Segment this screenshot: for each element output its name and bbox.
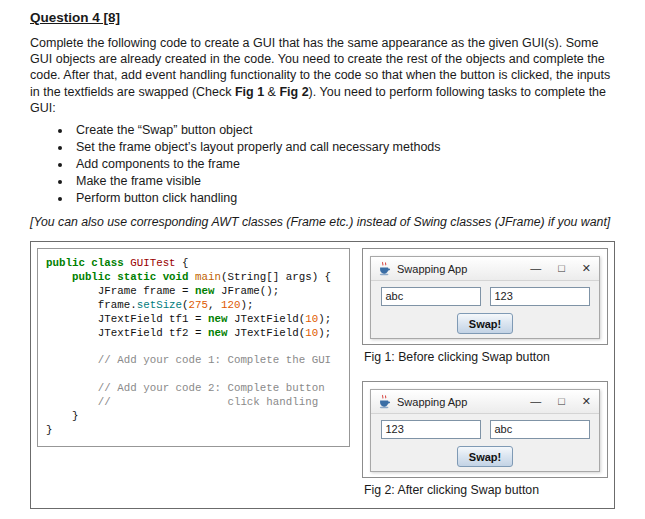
- textfield-2[interactable]: 123: [490, 287, 590, 306]
- figures-column: Swapping App — □ ✕ abc 123 Sw: [362, 248, 608, 502]
- java-coffee-icon: [377, 261, 392, 276]
- button-row: Swap!: [376, 313, 594, 334]
- question-figure-container: public class GUITest { public static voi…: [30, 241, 615, 509]
- window-titlebar: Swapping App — □ ✕: [371, 257, 599, 281]
- window-body: 123 abc Swap!: [371, 414, 599, 471]
- bullet-item: Perform button click handling: [72, 190, 615, 207]
- java-coffee-icon: [377, 394, 392, 409]
- window-body: abc 123 Swap!: [371, 281, 599, 338]
- figure-2-frame: Swapping App — □ ✕ 123 abc Sw: [362, 381, 608, 478]
- awt-note: [You can also use corresponding AWT clas…: [30, 215, 615, 229]
- swap-button[interactable]: Swap!: [457, 313, 513, 334]
- document-page: Question 4 [8] Complete the following co…: [0, 0, 645, 519]
- close-icon[interactable]: ✕: [582, 390, 591, 413]
- bullet-item: Set the frame object’s layout properly a…: [72, 139, 615, 156]
- question-title: Question 4 [8]: [30, 10, 615, 25]
- maximize-icon[interactable]: □: [558, 257, 565, 280]
- textfield-1[interactable]: abc: [381, 287, 481, 306]
- close-icon[interactable]: ✕: [582, 257, 591, 280]
- window-controls: — □ ✕: [530, 390, 591, 413]
- minimize-icon[interactable]: —: [530, 257, 541, 280]
- swap-button[interactable]: Swap!: [457, 446, 513, 467]
- textfield-row: abc 123: [376, 287, 594, 306]
- bullet-item: Add components to the frame: [72, 156, 615, 173]
- bullet-item: Create the “Swap” button object: [72, 122, 615, 139]
- code-block: public class GUITest { public static voi…: [37, 248, 350, 447]
- textfield-row: 123 abc: [376, 420, 594, 439]
- figure-1-caption: Fig 1: Before clicking Swap button: [364, 350, 608, 364]
- window-title: Swapping App: [397, 396, 530, 408]
- swing-window-after: Swapping App — □ ✕ 123 abc Sw: [370, 389, 600, 472]
- bullet-item: Make the frame visible: [72, 173, 615, 190]
- window-title: Swapping App: [397, 263, 530, 275]
- maximize-icon[interactable]: □: [558, 390, 565, 413]
- textfield-1[interactable]: 123: [381, 420, 481, 439]
- intro-paragraph: Complete the following code to create a …: [30, 35, 615, 116]
- figure-2-caption: Fig 2: After clicking Swap button: [364, 483, 608, 497]
- minimize-icon[interactable]: —: [530, 390, 541, 413]
- figure-1-frame: Swapping App — □ ✕ abc 123 Sw: [362, 248, 608, 345]
- button-row: Swap!: [376, 446, 594, 467]
- window-titlebar: Swapping App — □ ✕: [371, 390, 599, 414]
- window-controls: — □ ✕: [530, 257, 591, 280]
- task-bullet-list: Create the “Swap” button object Set the …: [30, 122, 615, 207]
- textfield-2[interactable]: abc: [490, 420, 590, 439]
- swing-window-before: Swapping App — □ ✕ abc 123 Sw: [370, 256, 600, 339]
